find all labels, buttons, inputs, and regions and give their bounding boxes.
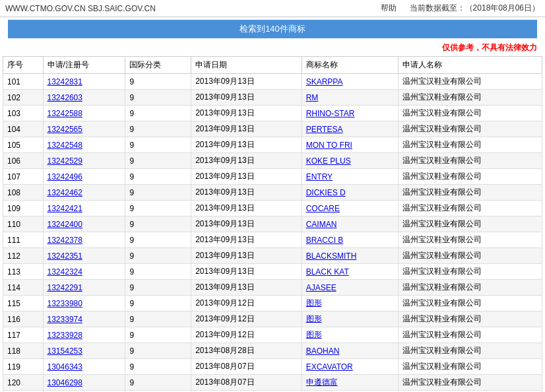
col-name: 商标名称 <box>302 57 399 74</box>
cell-seq: 117 <box>3 327 44 343</box>
trademark-name-link[interactable]: COCARE <box>306 204 340 213</box>
cell-date: 2013年09月12日 <box>191 327 302 343</box>
cell-cls: 9 <box>125 311 191 327</box>
cell-applicant: 温州宝汉鞋业有限公司 <box>399 74 542 90</box>
cell-cls: 9 <box>125 90 191 106</box>
trademark-name-link[interactable]: RM <box>306 93 319 102</box>
cell-reg: 13242548 <box>43 137 125 153</box>
cell-cls: 9 <box>125 359 191 375</box>
trademark-name-link[interactable]: AJASEE <box>306 283 337 292</box>
cell-trademark-name: DICKIES D <box>302 185 399 201</box>
reg-link[interactable]: 13242603 <box>48 93 82 102</box>
cell-date: 2013年09月13日 <box>191 121 302 137</box>
reg-link[interactable]: 13242548 <box>48 141 82 150</box>
trademark-name-link[interactable]: MON TO FRI <box>306 141 352 150</box>
cell-trademark-name: KOKE PLUS <box>302 153 399 169</box>
help-link[interactable]: 帮助 <box>381 3 397 13</box>
cell-trademark-name: PERTESA <box>302 121 399 137</box>
col-applicant: 申请人名称 <box>399 57 542 74</box>
cell-reg: 13242529 <box>43 153 125 169</box>
cell-date: 2013年09月12日 <box>191 311 302 327</box>
table-row: 1131324232492013年09月13日BLACK KAT温州宝汉鞋业有限… <box>3 264 542 280</box>
reg-link[interactable]: 13242831 <box>48 77 82 86</box>
reg-link[interactable]: 13154253 <box>48 346 82 356</box>
col-date: 申请日期 <box>191 57 302 74</box>
cell-trademark-name: AJASEE <box>302 280 399 296</box>
trademark-name-link[interactable]: BLACKSMITH <box>306 251 357 261</box>
table-row: 1151323398092013年09月12日图形温州宝汉鞋业有限公司 <box>3 296 542 311</box>
trademark-name-link[interactable]: 图形 <box>306 314 322 323</box>
cell-cls: 9 <box>125 264 191 280</box>
cell-applicant: 温州宝汉鞋业有限公司 <box>399 121 542 137</box>
reg-link[interactable]: 13242324 <box>48 267 82 277</box>
reg-link[interactable]: 13242588 <box>48 109 82 118</box>
table-row: 1061324252992013年09月13日KOKE PLUS温州宝汉鞋业有限… <box>3 153 542 169</box>
cell-reg: 13242588 <box>43 106 125 121</box>
trademark-name-link[interactable]: ENTRY <box>306 172 333 181</box>
result-count-bar: 检索到140件商标 <box>8 20 537 38</box>
table-row: 1121324235192013年09月13日BLACKSMITH温州宝汉鞋业有… <box>3 248 542 264</box>
reg-link[interactable]: 13242496 <box>48 172 82 181</box>
trademark-name-link[interactable]: 申遵德富 <box>306 377 338 387</box>
cell-applicant: 温州宝汉鞋业有限公司 <box>399 359 542 375</box>
trademark-name-link[interactable]: KOKE PLUS <box>306 156 351 166</box>
cell-trademark-name: COCARE <box>302 201 399 216</box>
cell-date: 2013年09月13日 <box>191 248 302 264</box>
reg-link[interactable]: 13046343 <box>48 362 82 372</box>
cell-date: 2013年09月13日 <box>191 153 302 169</box>
reg-link[interactable]: 13242565 <box>48 125 82 134</box>
trademark-name-link[interactable]: CAIMAN <box>306 220 337 229</box>
reg-link[interactable]: 13242291 <box>48 283 82 292</box>
cell-trademark-name: ENTRY <box>302 169 399 185</box>
table-header-row: 序号 申请/注册号 国际分类 申请日期 商标名称 申请人名称 <box>3 57 542 74</box>
cell-reg: 13154253 <box>43 343 125 359</box>
cell-date: 2013年09月13日 <box>191 201 302 216</box>
trademark-name-link[interactable]: BAOHAN <box>306 346 340 356</box>
cell-cls: 9 <box>125 296 191 311</box>
trademark-name-link[interactable]: 图形 <box>306 330 322 339</box>
table-row: 1051324254892013年09月13日MON TO FRI温州宝汉鞋业有… <box>3 137 542 153</box>
cell-cls: 9 <box>125 248 191 264</box>
trademark-name-link[interactable]: SKARPPA <box>306 77 343 86</box>
reg-link[interactable]: 13242351 <box>48 251 82 261</box>
table-row: 1071324249692013年09月13日ENTRY温州宝汉鞋业有限公司 <box>3 169 542 185</box>
trademark-name-link[interactable]: EXCAVATOR <box>306 362 353 372</box>
cell-date: 2013年09月13日 <box>191 185 302 201</box>
reg-link[interactable]: 13242529 <box>48 156 82 166</box>
trademark-name-link[interactable]: BLACK KAT <box>306 267 349 277</box>
cell-seq: 113 <box>3 264 44 280</box>
reg-link[interactable]: 13242462 <box>48 188 82 197</box>
reg-link[interactable]: 13233928 <box>48 331 82 340</box>
cell-date: 2013年09月13日 <box>191 232 302 248</box>
trademark-name-link[interactable]: 图形 <box>306 298 322 308</box>
trademark-name-link[interactable]: PERTESA <box>306 125 343 134</box>
trademark-name-link[interactable]: BRACCI B <box>306 236 344 245</box>
cell-reg: 13242351 <box>43 248 125 264</box>
cell-applicant: 温州宝汉鞋业有限公司 <box>399 169 542 185</box>
cell-cls: 9 <box>125 153 191 169</box>
cell-reg: 13046343 <box>43 359 125 375</box>
cell-trademark-name: 图形 <box>302 311 399 327</box>
cell-applicant: 温州宝汉鞋业有限公司 <box>399 248 542 264</box>
reg-link[interactable]: 13233974 <box>48 315 82 324</box>
top-bar: WWW.CTMO.GOV.CN SBJ.SAIC.GOV.CN 帮助 当前数据截… <box>0 0 545 17</box>
cell-trademark-name: SKARPPA <box>302 74 399 90</box>
reg-link[interactable]: 13242378 <box>48 236 82 245</box>
cell-applicant: 温州宝汉鞋业有限公司 <box>399 216 542 232</box>
trademark-name-link[interactable]: RHINO-STAR <box>306 109 355 118</box>
col-seq: 序号 <box>3 57 44 74</box>
table-row: 1181315425392013年08月28日BAOHAN温州宝汉鞋业有限公司 <box>3 343 542 359</box>
cell-date: 2013年08月07日 <box>191 359 302 375</box>
reg-link[interactable]: 13242421 <box>48 204 82 213</box>
reg-link[interactable]: 13046298 <box>48 378 82 387</box>
reg-link[interactable]: 13233980 <box>48 299 82 308</box>
cell-date: 2013年09月13日 <box>191 169 302 185</box>
cell-date: 2013年09月13日 <box>191 90 302 106</box>
cell-reg: 13233980 <box>43 296 125 311</box>
trademark-name-link[interactable]: DICKIES D <box>306 188 346 197</box>
reg-link[interactable]: 13242400 <box>48 220 82 229</box>
cell-reg: 13242565 <box>43 121 125 137</box>
cell-seq: 103 <box>3 106 44 121</box>
cell-date: 2013年09月13日 <box>191 74 302 90</box>
cell-reg: 13242378 <box>43 232 125 248</box>
